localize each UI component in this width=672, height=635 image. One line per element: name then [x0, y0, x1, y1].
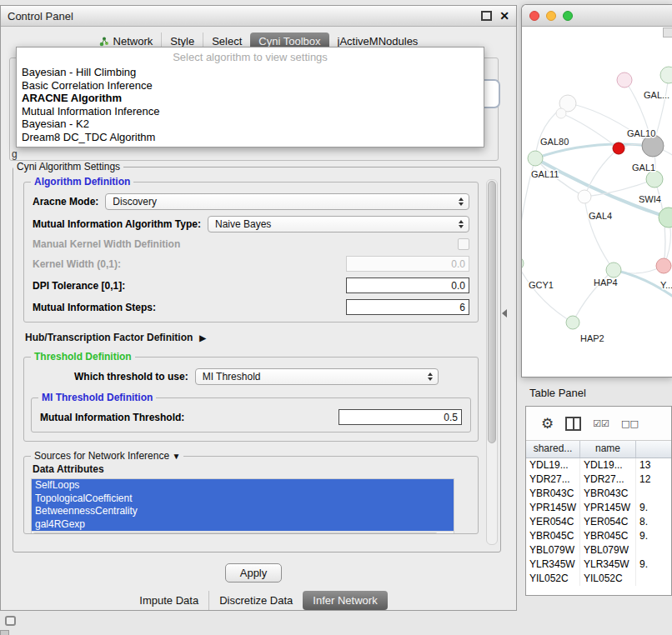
- table-row[interactable]: YPR145WYPR145W9.: [526, 501, 671, 515]
- network-node-y[interactable]: [656, 258, 671, 273]
- scrollbar-corner[interactable]: [663, 28, 672, 38]
- network-node-gal4[interactable]: [578, 190, 591, 203]
- manual-kernel-width-checkbox[interactable]: [458, 238, 469, 250]
- network-view-window: GAL...GAL80GAL10GAL11GAL1SWI4GAL4HAP4Y..…: [521, 4, 672, 378]
- data-attributes-label: Data Attributes: [33, 463, 471, 475]
- mi-algorithm-type-select[interactable]: Naive Bayes: [208, 216, 469, 232]
- tab-label: Style: [170, 35, 194, 48]
- scrollbar-thumb[interactable]: [488, 181, 496, 443]
- close-window-icon[interactable]: [529, 11, 539, 21]
- deselect-all-checkboxes-icon[interactable]: □□: [621, 418, 639, 429]
- network-edge[interactable]: [584, 148, 619, 197]
- network-node-gal11[interactable]: [528, 151, 543, 166]
- network-edge[interactable]: [584, 197, 614, 270]
- dpi-tolerance-input[interactable]: [346, 278, 469, 293]
- table-row[interactable]: YER054CYER054C8.: [526, 515, 671, 529]
- mi-threshold-label: Mutual Information Threshold:: [40, 412, 184, 423]
- kernel-width-input[interactable]: [346, 256, 469, 272]
- node-label: SWI4: [639, 194, 661, 204]
- float-panel-icon[interactable]: [481, 11, 492, 21]
- network-graph[interactable]: GAL...GAL80GAL10GAL11GAL1SWI4GAL4HAP4Y..…: [522, 27, 672, 377]
- network-node-hap2[interactable]: [566, 316, 579, 329]
- select-all-checkboxes-icon[interactable]: ☑☑: [593, 418, 609, 429]
- combo-arrows-icon: [428, 372, 433, 381]
- network-canvas[interactable]: GAL...GAL80GAL10GAL11GAL1SWI4GAL4HAP4Y..…: [522, 27, 672, 377]
- data-attribute-item[interactable]: BetweennessCentrality: [32, 505, 454, 518]
- column-header-extra[interactable]: [636, 441, 671, 458]
- table-cell: YBR045C: [526, 529, 580, 543]
- data-attribute-item[interactable]: SelfLoops: [32, 479, 454, 492]
- settings-scroll-area: Algorithm Definition Aracne Mode: Discov…: [23, 176, 479, 547]
- tab-discretize-data[interactable]: Discretize Data: [208, 591, 303, 610]
- data-attribute-item[interactable]: TopologicalCoefficient: [32, 492, 454, 506]
- splitter-collapse-icon[interactable]: [502, 309, 507, 318]
- column-header-shared-name[interactable]: shared...: [526, 441, 580, 458]
- close-panel-icon[interactable]: ✕: [499, 10, 509, 22]
- attributes-horizontal-scrollbar[interactable]: [32, 531, 454, 534]
- table-cell: YDL19...: [580, 458, 636, 472]
- algorithm-option[interactable]: Basic Correlation Inference: [17, 79, 484, 92]
- mi-steps-input[interactable]: [346, 299, 469, 315]
- algorithm-option[interactable]: Dream8 DC_TDC Algorithm: [17, 131, 484, 144]
- network-node-swi4[interactable]: [659, 208, 672, 228]
- network-node-gal1[interactable]: [646, 171, 663, 188]
- collapse-right-icon: ▶: [199, 333, 206, 342]
- table-cell: YIL052C: [526, 572, 580, 586]
- which-threshold-label: Which threshold to use:: [74, 371, 188, 382]
- algorithm-option[interactable]: Bayesian - K2: [17, 118, 484, 131]
- table-row[interactable]: YLR345WYLR345W9.: [526, 558, 671, 572]
- network-node-gal80[interactable]: [556, 108, 566, 118]
- threshold-definition-group: Threshold Definition Which threshold to …: [23, 351, 479, 442]
- algorithm-option[interactable]: Mutual Information Inference: [17, 105, 484, 118]
- table-row[interactable]: YBL079WYBL079W: [526, 543, 671, 558]
- network-node[interactable]: [613, 142, 624, 154]
- mi-threshold-input[interactable]: [339, 409, 462, 425]
- bottom-tab-bar: Impute Data Discretize Data Infer Networ…: [1, 591, 516, 610]
- node-label: GAL4: [589, 211, 612, 221]
- network-node-hap4[interactable]: [606, 262, 621, 278]
- tab-infer-network[interactable]: Infer Network: [303, 591, 387, 610]
- table-panel-window: ⚙ ☑☑ □□ shared... name YDL19...YDL19...1…: [525, 406, 672, 596]
- table-row[interactable]: YDL19...YDL19...13: [526, 458, 671, 472]
- kernel-width-label: Kernel Width (0,1):: [33, 258, 121, 270]
- node-label: HAP4: [594, 278, 618, 288]
- minimized-panel-icon[interactable]: [5, 616, 16, 626]
- tab-impute-data[interactable]: Impute Data: [129, 591, 208, 610]
- column-header-name[interactable]: name: [580, 441, 636, 458]
- tab-label: Cyni Toolbox: [258, 35, 320, 48]
- control-panel-window: Control Panel ✕ Network Style Select Cyn…: [0, 5, 517, 611]
- scrollbar-thumb[interactable]: [33, 532, 438, 534]
- column-visibility-icon[interactable]: [565, 417, 581, 431]
- network-edge[interactable]: [568, 103, 653, 146]
- table-row[interactable]: YDR27...YDR27...12: [526, 472, 671, 487]
- which-threshold-value: MI Threshold: [203, 371, 261, 382]
- network-edge[interactable]: [522, 263, 573, 322]
- tab-label: Discretize Data: [219, 594, 293, 607]
- network-node-gcy1[interactable]: [522, 257, 524, 270]
- desktop: Control Panel ✕ Network Style Select Cyn…: [0, 0, 672, 635]
- table-row[interactable]: YBR045CYBR045C9.: [526, 529, 671, 543]
- hub-definition-toggle[interactable]: Hub/Transcription Factor Definition ▶: [25, 332, 477, 343]
- algorithm-option[interactable]: ARACNE Algorithm: [17, 92, 484, 105]
- table-row[interactable]: YIL052CYIL052C: [526, 572, 671, 586]
- network-node-gal[interactable]: [660, 67, 672, 83]
- settings-vertical-scrollbar[interactable]: [486, 179, 498, 545]
- algorithm-option[interactable]: Bayesian - Hill Climbing: [17, 66, 484, 79]
- zoom-window-icon[interactable]: [563, 11, 573, 21]
- table-panel-title: Table Panel: [529, 387, 586, 399]
- network-node[interactable]: [617, 72, 632, 88]
- node-label: GAL11: [531, 169, 559, 179]
- which-threshold-select[interactable]: MI Threshold: [195, 368, 439, 385]
- table-toolbar: ⚙ ☑☑ □□: [526, 407, 671, 441]
- network-window-titlebar[interactable]: [522, 5, 672, 27]
- sources-title[interactable]: Sources for Network Inference ▼: [31, 450, 183, 462]
- aracne-mode-select[interactable]: Discovery: [105, 193, 469, 210]
- tab-label: Network: [113, 35, 153, 48]
- table-settings-gear-icon[interactable]: ⚙: [541, 417, 554, 431]
- apply-button[interactable]: Apply: [225, 563, 282, 582]
- minimize-window-icon[interactable]: [546, 11, 556, 21]
- control-panel-titlebar[interactable]: Control Panel ✕: [1, 6, 516, 27]
- data-attribute-item[interactable]: gal4RGexp: [32, 518, 454, 532]
- node-label: GAL80: [540, 137, 569, 147]
- table-row[interactable]: YBR043CYBR043C: [526, 487, 671, 501]
